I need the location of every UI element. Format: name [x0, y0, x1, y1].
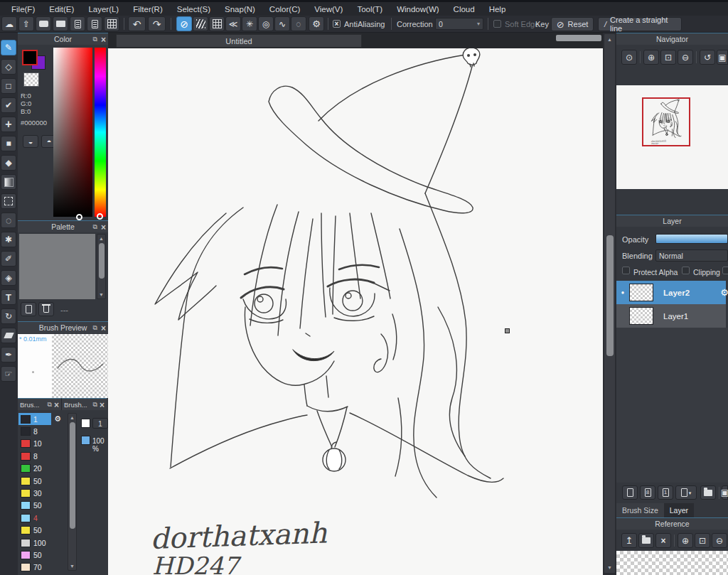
- popout-icon[interactable]: ⧉: [93, 325, 97, 331]
- tab-brush-size[interactable]: Brush Size: [616, 503, 664, 517]
- nav-zoom-out-button[interactable]: ⊖: [678, 50, 693, 65]
- layer-gear-icon[interactable]: ⚙: [720, 287, 728, 298]
- eraser-tool[interactable]: ◇: [1, 59, 16, 75]
- comment-list-button[interactable]: [53, 16, 68, 31]
- reference-import-button[interactable]: ↥: [621, 533, 637, 548]
- menu-item[interactable]: View(V): [307, 5, 350, 14]
- polyline-tool[interactable]: ✔: [1, 97, 16, 113]
- bucket-tool[interactable]: ◆: [1, 155, 16, 171]
- menu-item[interactable]: File(F): [4, 5, 42, 14]
- snap-radial-button[interactable]: ✳: [242, 16, 257, 31]
- opacity-slider[interactable]: [655, 234, 728, 244]
- canvas-edit-button[interactable]: [104, 16, 119, 31]
- straight-line-button[interactable]: / Create a straight line: [598, 17, 682, 31]
- snap-vanishing-button[interactable]: ≪: [225, 16, 241, 31]
- nav-screen-fit-button[interactable]: ▣: [717, 50, 728, 65]
- reference-clear-button[interactable]: ×: [655, 533, 671, 548]
- brush-list-item[interactable]: 50: [18, 500, 51, 512]
- popout-icon[interactable]: ⧉: [93, 402, 97, 408]
- nav-fit-button[interactable]: ⊡: [660, 50, 676, 65]
- brush-list-item[interactable]: 8: [18, 425, 51, 437]
- menu-item[interactable]: Snap(N): [218, 5, 262, 14]
- scrollbar-thumb[interactable]: [70, 422, 75, 529]
- nav-rotate-reset-button[interactable]: ↺: [700, 50, 715, 65]
- menu-item[interactable]: Color(C): [262, 5, 307, 14]
- snap-concentric-button[interactable]: ◎: [258, 16, 274, 31]
- menu-item[interactable]: Tool(T): [350, 5, 390, 14]
- popout-icon[interactable]: ⧉: [93, 224, 97, 230]
- brush-list-item[interactable]: 30: [18, 487, 51, 499]
- undo-button[interactable]: ↶: [128, 16, 146, 31]
- snap-ellipse-button[interactable]: ◌: [291, 16, 306, 31]
- navigator-viewport-rect[interactable]: [642, 97, 690, 146]
- brush-list-item[interactable]: 50: [18, 475, 51, 487]
- snap-grid-button[interactable]: [209, 16, 225, 31]
- antialiasing-checkbox[interactable]: ×: [333, 20, 341, 28]
- reference-fit-button[interactable]: ⊡: [695, 533, 710, 548]
- scroll-up-icon[interactable]: ▲: [604, 37, 615, 42]
- layer-row[interactable]: Layer1: [616, 304, 726, 328]
- new-8bit-layer-button[interactable]: 8: [640, 485, 655, 500]
- scroll-down-icon[interactable]: ▼: [97, 292, 105, 297]
- palette-button[interactable]: ◒: [23, 135, 38, 148]
- transform-tool[interactable]: ↻: [1, 308, 16, 324]
- protect-alpha-checkbox[interactable]: [622, 267, 630, 274]
- brush-list-item[interactable]: 1 ⚙: [18, 413, 51, 425]
- nav-zoom-reset-button[interactable]: ⊙: [621, 50, 637, 65]
- brush-tool[interactable]: ✎: [1, 40, 16, 55]
- soft-edge-checkbox[interactable]: [493, 20, 501, 28]
- brush-list-item[interactable]: 50: [18, 549, 51, 561]
- popout-icon[interactable]: ⧉: [48, 402, 52, 408]
- hue-slider[interactable]: [95, 48, 106, 217]
- hand-tool[interactable]: ☞: [1, 366, 16, 382]
- lasso-tool[interactable]: ◌: [1, 213, 16, 228]
- reference-image-area[interactable]: [616, 551, 728, 575]
- brush-list-scrollbar[interactable]: ▲ ▼: [68, 413, 77, 571]
- brush-list-item[interactable]: 100: [18, 537, 51, 549]
- redo-button[interactable]: ↷: [148, 16, 166, 31]
- palette-swatch-list[interactable]: [19, 234, 95, 299]
- scrollbar-thumb[interactable]: [99, 243, 105, 279]
- reference-zoom-out-button[interactable]: ⊖: [712, 533, 727, 548]
- comment-button[interactable]: [36, 16, 51, 31]
- clipped-checkbox[interactable]: [722, 267, 728, 274]
- menu-item[interactable]: Layer(L): [81, 5, 126, 14]
- layer-folder-button[interactable]: [700, 485, 716, 500]
- layer-row-selected[interactable]: ● Layer2 ⚙: [616, 281, 726, 304]
- brush-list-item[interactable]: 20: [18, 463, 51, 475]
- close-icon[interactable]: ×: [101, 36, 106, 44]
- scroll-down-icon[interactable]: ▼: [68, 564, 76, 569]
- document-history-button[interactable]: [87, 16, 102, 31]
- snap-settings-button[interactable]: ⚙: [309, 16, 324, 31]
- palette-scrollbar[interactable]: ▲ ▼: [97, 234, 106, 299]
- reset-button[interactable]: ⊘ Reset: [551, 17, 594, 31]
- navigator-thumbnail[interactable]: [616, 85, 728, 189]
- nav-zoom-in-button[interactable]: ⊕: [643, 50, 659, 65]
- scrollbar-thumb[interactable]: [606, 235, 614, 356]
- select-tool[interactable]: [1, 193, 16, 209]
- menu-item[interactable]: Edit(E): [42, 5, 81, 14]
- snap-curve-button[interactable]: ∿: [274, 16, 290, 31]
- menu-item[interactable]: Select(S): [170, 5, 218, 14]
- layer-visibility-icon[interactable]: ●: [616, 289, 629, 296]
- canvas-tab[interactable]: Untitled: [116, 34, 362, 48]
- document-button[interactable]: [70, 16, 85, 31]
- correction-dropdown[interactable]: 0 ▾: [435, 18, 483, 30]
- brush-value-box[interactable]: 1: [92, 418, 108, 429]
- copy-layer-button[interactable]: ▣: [722, 485, 728, 500]
- menu-item[interactable]: Filter(R): [126, 5, 170, 14]
- clipping-checkbox[interactable]: [682, 267, 690, 274]
- close-icon[interactable]: ×: [101, 223, 106, 232]
- brush-options-tab[interactable]: Brush...: [64, 401, 87, 409]
- brush-list-item[interactable]: 10: [18, 438, 51, 450]
- palette-delete-button[interactable]: [38, 302, 54, 316]
- brush-list-item[interactable]: 8: [18, 450, 51, 462]
- select-eraser-tool[interactable]: ◈: [1, 270, 16, 286]
- close-icon[interactable]: ×: [100, 401, 105, 409]
- blending-dropdown[interactable]: Normal: [655, 249, 728, 262]
- transparent-color-swatch[interactable]: [23, 72, 39, 87]
- canvas-viewport[interactable]: dorthatxanh HD247: [108, 48, 603, 575]
- palette-new-button[interactable]: [21, 302, 36, 316]
- export-button[interactable]: ⇧: [18, 16, 34, 31]
- tab-layer[interactable]: Layer: [664, 503, 694, 517]
